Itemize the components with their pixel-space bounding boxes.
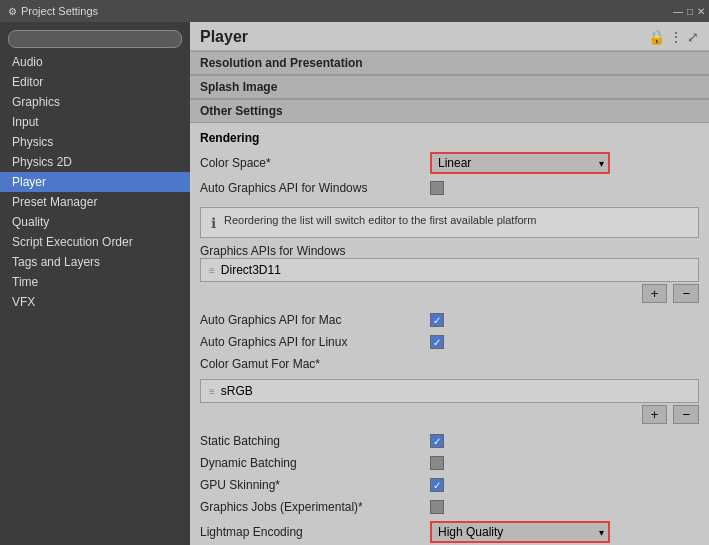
auto-graphics-linux-label: Auto Graphics API for Linux: [200, 335, 430, 349]
graphics-jobs-row: Graphics Jobs (Experimental)*: [200, 496, 699, 518]
dynamic-batching-value: [430, 456, 699, 470]
color-gamut-mac-label: Color Gamut For Mac*: [200, 357, 430, 371]
drag-icon-srgb: ≡: [209, 386, 215, 397]
section-other[interactable]: Other Settings: [190, 99, 709, 123]
header-icons: 🔒 ⋮ ⤢: [648, 29, 699, 45]
static-batching-label: Static Batching: [200, 434, 430, 448]
add-api-button[interactable]: +: [642, 284, 668, 303]
static-batching-row: Static Batching ✓: [200, 430, 699, 452]
sidebar-item-input[interactable]: Input: [0, 112, 190, 132]
lightmap-encoding-value: High Quality ▾: [430, 521, 699, 543]
color-gamut-mac-row: Color Gamut For Mac*: [200, 353, 699, 375]
color-gamut-item-label: sRGB: [221, 384, 253, 398]
auto-graphics-windows-row: Auto Graphics API for Windows: [200, 177, 699, 199]
gpu-skinning-row: GPU Skinning* ✓: [200, 474, 699, 496]
color-space-selected: Linear: [438, 156, 471, 170]
gpu-skinning-checkbox[interactable]: ✓: [430, 478, 444, 492]
color-gamut-list-item: ≡ sRGB: [201, 380, 698, 402]
sidebar-item-audio[interactable]: Audio: [0, 52, 190, 72]
color-space-label: Color Space*: [200, 156, 430, 170]
lightmap-encoding-dropdown[interactable]: High Quality ▾: [430, 521, 610, 543]
lightmap-dropdown-arrow-icon: ▾: [599, 527, 604, 538]
rendering-section: Rendering Color Space* Linear ▾ Auto Gra…: [190, 123, 709, 203]
color-gamut-controls: + −: [190, 403, 709, 426]
batching-section: Static Batching ✓ Dynamic Batching GPU S…: [190, 426, 709, 545]
sidebar-item-script-execution[interactable]: Script Execution Order: [0, 232, 190, 252]
graphics-apis-label: Graphics APIs for Windows: [190, 242, 709, 258]
auto-graphics-linux-row: Auto Graphics API for Linux ✓: [200, 331, 699, 353]
page-title: Player: [200, 28, 248, 46]
graphics-apis-list: ≡ Direct3D11: [200, 258, 699, 282]
search-input[interactable]: [8, 30, 182, 48]
api-controls: + −: [190, 282, 709, 305]
color-space-value: Linear ▾: [430, 152, 699, 174]
color-gamut-list: ≡ sRGB: [200, 379, 699, 403]
sidebar-item-editor[interactable]: Editor: [0, 72, 190, 92]
info-icon: ℹ: [211, 215, 216, 231]
menu-icon[interactable]: ⋮: [669, 29, 683, 45]
content-header: Player 🔒 ⋮ ⤢: [190, 22, 709, 51]
auto-graphics-linux-checkbox[interactable]: ✓: [430, 335, 444, 349]
auto-graphics-mac-label: Auto Graphics API for Mac: [200, 313, 430, 327]
sidebar-item-tags-layers[interactable]: Tags and Layers: [0, 252, 190, 272]
auto-graphics-windows-label: Auto Graphics API for Windows: [200, 181, 430, 195]
auto-graphics-mac-checkbox[interactable]: ✓: [430, 313, 444, 327]
search-bar: [0, 26, 190, 52]
static-batching-value: ✓: [430, 434, 699, 448]
info-box: ℹ Reordering the list will switch editor…: [200, 207, 699, 238]
auto-graphics-mac-row: Auto Graphics API for Mac ✓: [200, 309, 699, 331]
minimize-button[interactable]: —: [673, 6, 683, 17]
lightmap-encoding-selected: High Quality: [438, 525, 503, 539]
sidebar-item-graphics[interactable]: Graphics: [0, 92, 190, 112]
content-area: Player 🔒 ⋮ ⤢ Resolution and Presentation…: [190, 22, 709, 545]
static-batching-checkbox[interactable]: ✓: [430, 434, 444, 448]
remove-gamut-button[interactable]: −: [673, 405, 699, 424]
section-resolution[interactable]: Resolution and Presentation: [190, 51, 709, 75]
api-item-label: Direct3D11: [221, 263, 281, 277]
dynamic-batching-row: Dynamic Batching: [200, 452, 699, 474]
expand-icon[interactable]: ⤢: [687, 29, 699, 45]
lightmap-encoding-row: Lightmap Encoding High Quality ▾: [200, 518, 699, 545]
gpu-skinning-label: GPU Skinning*: [200, 478, 430, 492]
dynamic-batching-label: Dynamic Batching: [200, 456, 430, 470]
lock-icon[interactable]: 🔒: [648, 29, 665, 45]
window-controls[interactable]: — □ ✕: [673, 6, 705, 17]
dropdown-arrow-icon: ▾: [599, 158, 604, 169]
sidebar-item-physics[interactable]: Physics: [0, 132, 190, 152]
title-bar: ⚙ Project Settings — □ ✕: [0, 0, 709, 22]
main-container: Audio Editor Graphics Input Physics Phys…: [0, 22, 709, 545]
sidebar-item-quality[interactable]: Quality: [0, 212, 190, 232]
auto-graphics-windows-checkbox[interactable]: [430, 181, 444, 195]
graphics-jobs-checkbox[interactable]: [430, 500, 444, 514]
section-splash[interactable]: Splash Image: [190, 75, 709, 99]
lightmap-encoding-label: Lightmap Encoding: [200, 525, 430, 539]
color-space-dropdown[interactable]: Linear ▾: [430, 152, 610, 174]
gpu-skinning-value: ✓: [430, 478, 699, 492]
drag-icon: ≡: [209, 265, 215, 276]
graphics-jobs-value: [430, 500, 699, 514]
rendering-label: Rendering: [200, 127, 699, 149]
sidebar-item-time[interactable]: Time: [0, 272, 190, 292]
sidebar-item-physics2d[interactable]: Physics 2D: [0, 152, 190, 172]
mac-linux-section: Auto Graphics API for Mac ✓ Auto Graphic…: [190, 305, 709, 379]
graphics-jobs-label: Graphics Jobs (Experimental)*: [200, 500, 430, 514]
auto-graphics-linux-value: ✓: [430, 335, 699, 349]
dynamic-batching-checkbox[interactable]: [430, 456, 444, 470]
sidebar-item-vfx[interactable]: VFX: [0, 292, 190, 312]
color-space-row: Color Space* Linear ▾: [200, 149, 699, 177]
sidebar: Audio Editor Graphics Input Physics Phys…: [0, 22, 190, 545]
auto-graphics-mac-value: ✓: [430, 313, 699, 327]
close-button[interactable]: ✕: [697, 6, 705, 17]
add-gamut-button[interactable]: +: [642, 405, 668, 424]
sidebar-item-player[interactable]: Player: [0, 172, 190, 192]
remove-api-button[interactable]: −: [673, 284, 699, 303]
window-title: Project Settings: [21, 5, 98, 17]
content-body: Resolution and Presentation Splash Image…: [190, 51, 709, 545]
title-icon: ⚙: [8, 6, 17, 17]
api-list-item-direct3d11: ≡ Direct3D11: [201, 259, 698, 281]
sidebar-item-preset-manager[interactable]: Preset Manager: [0, 192, 190, 212]
info-text: Reordering the list will switch editor t…: [224, 214, 536, 226]
auto-graphics-windows-value: [430, 181, 699, 195]
maximize-button[interactable]: □: [687, 6, 693, 17]
